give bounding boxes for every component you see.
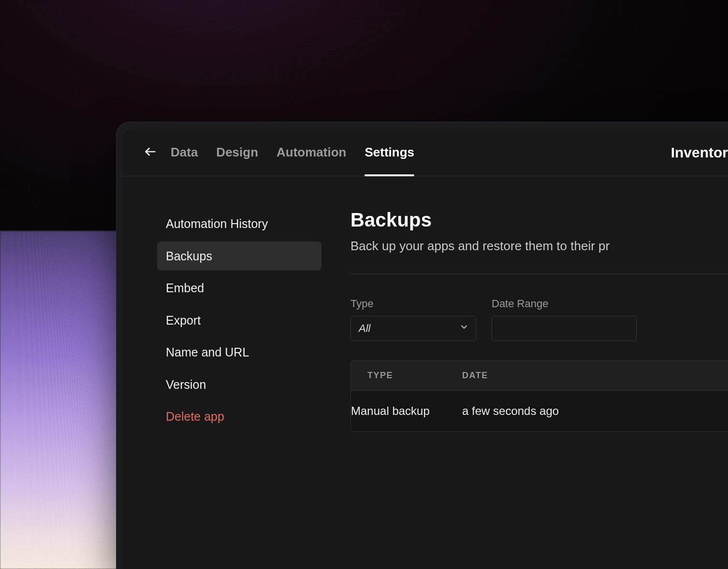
type-select[interactable]: All xyxy=(350,316,476,341)
arrow-left-icon xyxy=(144,145,157,160)
backups-table: TYPE DATE Manual backup a few seconds ag… xyxy=(350,360,728,432)
sidebar-item-backups[interactable]: Backups xyxy=(157,242,321,271)
tab-data[interactable]: Data xyxy=(171,129,198,176)
main-panel: Backups Back up your apps and restore th… xyxy=(321,209,728,432)
settings-sidebar: Automation History Backups Embed Export … xyxy=(157,209,321,432)
sidebar-item-delete-app[interactable]: Delete app xyxy=(157,402,321,431)
filter-date-range: Date Range xyxy=(492,298,637,341)
td-date: a few seconds ago xyxy=(462,391,728,431)
top-bar: Data Design Automation Settings Inventor xyxy=(122,129,728,176)
sidebar-item-name-url[interactable]: Name and URL xyxy=(157,338,321,367)
app-title: Inventor xyxy=(671,129,728,176)
sidebar-item-embed[interactable]: Embed xyxy=(157,273,321,303)
page-title: Backups xyxy=(350,209,728,231)
back-button[interactable] xyxy=(142,144,159,161)
app-window-inner: Data Design Automation Settings Inventor… xyxy=(122,129,728,569)
td-type: Manual backup xyxy=(351,391,462,431)
sidebar-item-version[interactable]: Version xyxy=(157,370,321,399)
sidebar-item-export[interactable]: Export xyxy=(157,306,321,335)
table-row[interactable]: Manual backup a few seconds ago xyxy=(351,391,728,431)
divider xyxy=(350,274,728,274)
tab-settings[interactable]: Settings xyxy=(364,129,414,176)
filter-row: Type All Date Range xyxy=(350,298,728,341)
filter-date-range-label: Date Range xyxy=(492,298,637,310)
tab-automation[interactable]: Automation xyxy=(277,129,346,176)
filter-type: Type All xyxy=(350,298,476,341)
table-header: TYPE DATE xyxy=(351,361,728,391)
page-description: Back up your apps and restore them to th… xyxy=(350,239,728,254)
app-window: Data Design Automation Settings Inventor… xyxy=(116,122,728,569)
tab-design[interactable]: Design xyxy=(216,129,258,176)
th-type: TYPE xyxy=(351,361,462,390)
filter-type-label: Type xyxy=(350,298,476,310)
type-select-value: All xyxy=(359,322,370,335)
top-tabs: Data Design Automation Settings xyxy=(171,129,414,176)
sidebar-item-automation-history[interactable]: Automation History xyxy=(157,209,321,239)
th-date: DATE xyxy=(462,361,728,390)
chevron-down-icon xyxy=(459,322,469,335)
content-body: Automation History Backups Embed Export … xyxy=(122,176,728,432)
date-range-select[interactable] xyxy=(492,316,637,341)
